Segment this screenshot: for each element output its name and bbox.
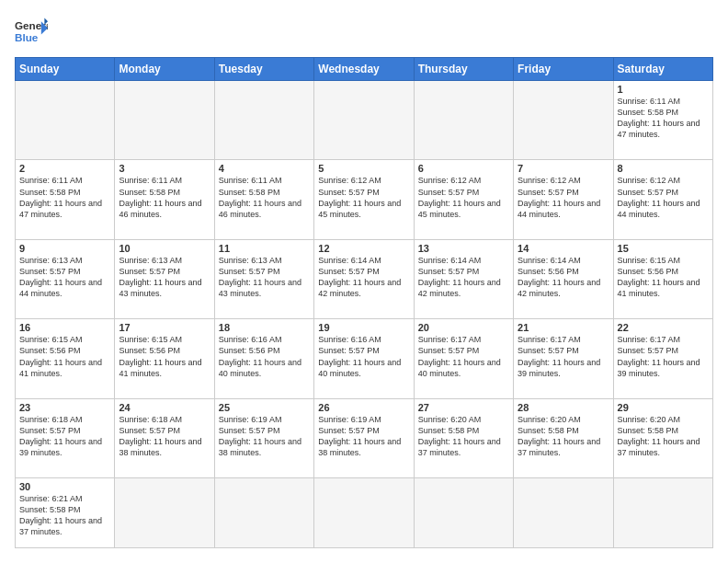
- calendar-cell: 26Sunrise: 6:19 AMSunset: 5:57 PMDayligh…: [314, 398, 414, 477]
- day-header-saturday: Saturday: [613, 58, 712, 81]
- calendar-cell: 17Sunrise: 6:15 AMSunset: 5:56 PMDayligh…: [115, 319, 214, 398]
- calendar-cell: [16, 81, 115, 160]
- cell-info: Sunrise: 6:12 AMSunset: 5:57 PMDaylight:…: [318, 175, 409, 220]
- calendar-cell: [115, 81, 214, 160]
- cell-info: Sunrise: 6:13 AMSunset: 5:57 PMDaylight:…: [219, 255, 310, 300]
- calendar-cell: 8Sunrise: 6:12 AMSunset: 5:57 PMDaylight…: [613, 160, 712, 239]
- day-number: 16: [19, 322, 110, 333]
- cell-info: Sunrise: 6:11 AMSunset: 5:58 PMDaylight:…: [219, 175, 310, 220]
- calendar-cell: 10Sunrise: 6:13 AMSunset: 5:57 PMDayligh…: [115, 239, 214, 318]
- calendar-cell: [115, 478, 214, 548]
- cell-info: Sunrise: 6:15 AMSunset: 5:56 PMDaylight:…: [618, 255, 709, 300]
- cell-info: Sunrise: 6:12 AMSunset: 5:57 PMDaylight:…: [418, 175, 509, 220]
- calendar-cell: 16Sunrise: 6:15 AMSunset: 5:56 PMDayligh…: [16, 319, 115, 398]
- day-number: 29: [618, 402, 709, 413]
- day-number: 26: [318, 402, 409, 413]
- day-number: 24: [119, 402, 210, 413]
- calendar-cell: 25Sunrise: 6:19 AMSunset: 5:57 PMDayligh…: [214, 398, 313, 477]
- day-number: 30: [19, 481, 110, 492]
- calendar-cell: 19Sunrise: 6:16 AMSunset: 5:57 PMDayligh…: [314, 319, 414, 398]
- cell-info: Sunrise: 6:16 AMSunset: 5:56 PMDaylight:…: [219, 334, 310, 379]
- day-number: 11: [219, 243, 310, 254]
- calendar-cell: 3Sunrise: 6:11 AMSunset: 5:58 PMDaylight…: [115, 160, 214, 239]
- day-number: 10: [119, 243, 210, 254]
- calendar-cell: 15Sunrise: 6:15 AMSunset: 5:56 PMDayligh…: [613, 239, 712, 318]
- day-number: 7: [518, 163, 609, 174]
- calendar-cell: 12Sunrise: 6:14 AMSunset: 5:57 PMDayligh…: [314, 239, 414, 318]
- day-number: 20: [418, 322, 509, 333]
- day-header-wednesday: Wednesday: [314, 58, 414, 81]
- svg-text:Blue: Blue: [15, 31, 39, 43]
- day-header-thursday: Thursday: [414, 58, 513, 81]
- cell-info: Sunrise: 6:18 AMSunset: 5:57 PMDaylight:…: [19, 414, 110, 459]
- cell-info: Sunrise: 6:11 AMSunset: 5:58 PMDaylight:…: [119, 175, 210, 220]
- day-number: 2: [19, 163, 110, 174]
- day-number: 13: [418, 243, 509, 254]
- week-row-2: 2Sunrise: 6:11 AMSunset: 5:58 PMDaylight…: [16, 160, 713, 239]
- day-number: 5: [318, 163, 409, 174]
- cell-info: Sunrise: 6:18 AMSunset: 5:57 PMDaylight:…: [119, 414, 210, 459]
- week-row-3: 9Sunrise: 6:13 AMSunset: 5:57 PMDaylight…: [16, 239, 713, 318]
- day-number: 22: [618, 322, 709, 333]
- day-number: 6: [418, 163, 509, 174]
- calendar-cell: 2Sunrise: 6:11 AMSunset: 5:58 PMDaylight…: [16, 160, 115, 239]
- day-number: 19: [318, 322, 409, 333]
- day-number: 23: [19, 402, 110, 413]
- day-number: 15: [618, 243, 709, 254]
- week-row-5: 23Sunrise: 6:18 AMSunset: 5:57 PMDayligh…: [16, 398, 713, 477]
- day-header-tuesday: Tuesday: [214, 58, 313, 81]
- logo: General Blue: [15, 15, 48, 48]
- day-number: 25: [219, 402, 310, 413]
- cell-info: Sunrise: 6:11 AMSunset: 5:58 PMDaylight:…: [19, 175, 110, 220]
- day-number: 4: [219, 163, 310, 174]
- cell-info: Sunrise: 6:20 AMSunset: 5:58 PMDaylight:…: [618, 414, 709, 459]
- calendar-cell: [214, 81, 313, 160]
- cell-info: Sunrise: 6:19 AMSunset: 5:57 PMDaylight:…: [318, 414, 409, 459]
- week-row-4: 16Sunrise: 6:15 AMSunset: 5:56 PMDayligh…: [16, 319, 713, 398]
- calendar-cell: [514, 81, 613, 160]
- calendar-cell: 27Sunrise: 6:20 AMSunset: 5:58 PMDayligh…: [414, 398, 513, 477]
- calendar-cell: 30Sunrise: 6:21 AMSunset: 5:58 PMDayligh…: [16, 478, 115, 548]
- calendar-cell: 5Sunrise: 6:12 AMSunset: 5:57 PMDaylight…: [314, 160, 414, 239]
- calendar-cell: 24Sunrise: 6:18 AMSunset: 5:57 PMDayligh…: [115, 398, 214, 477]
- calendar-cell: 9Sunrise: 6:13 AMSunset: 5:57 PMDaylight…: [16, 239, 115, 318]
- cell-info: Sunrise: 6:17 AMSunset: 5:57 PMDaylight:…: [518, 334, 609, 379]
- calendar-cell: 18Sunrise: 6:16 AMSunset: 5:56 PMDayligh…: [214, 319, 313, 398]
- calendar-cell: 28Sunrise: 6:20 AMSunset: 5:58 PMDayligh…: [514, 398, 613, 477]
- day-header-row: SundayMondayTuesdayWednesdayThursdayFrid…: [16, 58, 713, 81]
- calendar-cell: [414, 478, 513, 548]
- calendar: SundayMondayTuesdayWednesdayThursdayFrid…: [15, 57, 713, 548]
- calendar-cell: [214, 478, 313, 548]
- day-header-sunday: Sunday: [16, 58, 115, 81]
- day-header-friday: Friday: [514, 58, 613, 81]
- logo-icon: General Blue: [15, 15, 48, 48]
- calendar-cell: 22Sunrise: 6:17 AMSunset: 5:57 PMDayligh…: [613, 319, 712, 398]
- cell-info: Sunrise: 6:15 AMSunset: 5:56 PMDaylight:…: [19, 334, 110, 379]
- calendar-cell: 4Sunrise: 6:11 AMSunset: 5:58 PMDaylight…: [214, 160, 313, 239]
- day-number: 3: [119, 163, 210, 174]
- day-number: 12: [318, 243, 409, 254]
- week-row-1: 1Sunrise: 6:11 AMSunset: 5:58 PMDaylight…: [16, 81, 713, 160]
- day-number: 28: [518, 402, 609, 413]
- calendar-cell: [414, 81, 513, 160]
- day-number: 8: [618, 163, 709, 174]
- calendar-cell: 6Sunrise: 6:12 AMSunset: 5:57 PMDaylight…: [414, 160, 513, 239]
- cell-info: Sunrise: 6:11 AMSunset: 5:58 PMDaylight:…: [618, 96, 709, 141]
- week-row-6: 30Sunrise: 6:21 AMSunset: 5:58 PMDayligh…: [16, 478, 713, 548]
- cell-info: Sunrise: 6:20 AMSunset: 5:58 PMDaylight:…: [518, 414, 609, 459]
- cell-info: Sunrise: 6:12 AMSunset: 5:57 PMDaylight:…: [618, 175, 709, 220]
- calendar-cell: [613, 478, 712, 548]
- day-number: 1: [618, 84, 709, 95]
- header: General Blue: [15, 15, 713, 48]
- calendar-cell: 20Sunrise: 6:17 AMSunset: 5:57 PMDayligh…: [414, 319, 513, 398]
- day-header-monday: Monday: [115, 58, 214, 81]
- day-number: 21: [518, 322, 609, 333]
- calendar-cell: [514, 478, 613, 548]
- day-number: 14: [518, 243, 609, 254]
- cell-info: Sunrise: 6:15 AMSunset: 5:56 PMDaylight:…: [119, 334, 210, 379]
- calendar-cell: 13Sunrise: 6:14 AMSunset: 5:57 PMDayligh…: [414, 239, 513, 318]
- calendar-cell: 11Sunrise: 6:13 AMSunset: 5:57 PMDayligh…: [214, 239, 313, 318]
- cell-info: Sunrise: 6:13 AMSunset: 5:57 PMDaylight:…: [19, 255, 110, 300]
- cell-info: Sunrise: 6:19 AMSunset: 5:57 PMDaylight:…: [219, 414, 310, 459]
- cell-info: Sunrise: 6:12 AMSunset: 5:57 PMDaylight:…: [518, 175, 609, 220]
